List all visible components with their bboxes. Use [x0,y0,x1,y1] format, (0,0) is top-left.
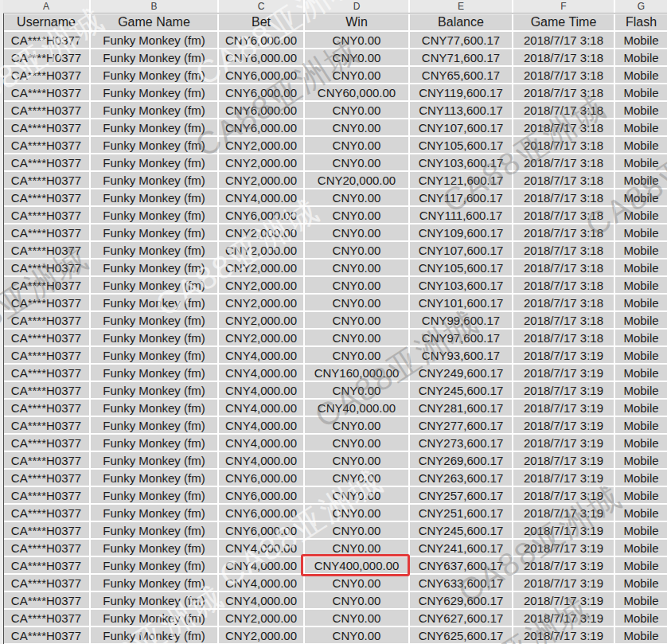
cell-flash[interactable]: Mobile [615,84,667,100]
cell-game-name[interactable]: Funky Monkey (fm) [91,417,217,433]
cell-bet[interactable]: CNY6,000.00 [219,470,303,486]
cell-flash[interactable]: Mobile [615,172,667,188]
cell-game-name[interactable]: Funky Monkey (fm) [91,189,217,205]
cell-game-time[interactable]: 2018/7/17 3:18 [513,137,614,153]
cell-game-name[interactable]: Funky Monkey (fm) [91,330,217,345]
cell-win[interactable]: CNY0.00 [305,522,408,538]
cell-flash[interactable]: Mobile [615,295,667,310]
cell-bet[interactable]: CNY6,000.00 [219,522,303,538]
cell-game-time[interactable]: 2018/7/17 3:18 [513,312,614,328]
cell-bet[interactable]: CNY4,000.00 [219,417,303,433]
cell-username[interactable]: CA****H0377 [3,365,89,381]
cell-game-time[interactable]: 2018/7/17 3:18 [513,67,614,83]
cell-game-name[interactable]: Funky Monkey (fm) [91,382,217,398]
cell-game-time[interactable]: 2018/7/17 3:19 [513,417,614,433]
cell-game-name[interactable]: Funky Monkey (fm) [91,610,217,626]
cell-win[interactable]: CNY60,000.00 [305,84,408,100]
cell-balance[interactable]: CNY107,600.17 [410,119,512,135]
cell-bet[interactable]: CNY4,000.00 [219,382,303,398]
cell-win[interactable]: CNY0.00 [305,32,408,48]
cell-game-time[interactable]: 2018/7/17 3:19 [513,382,614,398]
cell-bet[interactable]: CNY2,000.00 [219,172,303,188]
cell-win[interactable]: CNY0.00 [305,295,408,310]
cell-bet[interactable]: CNY6,000.00 [219,487,303,503]
cell-game-name[interactable]: Funky Monkey (fm) [91,32,217,48]
cell-username[interactable]: CA****H0377 [3,330,89,345]
cell-username[interactable]: CA****H0377 [3,505,89,521]
cell-win[interactable]: CNY0.00 [305,67,408,83]
cell-balance[interactable]: CNY281,600.17 [410,400,512,416]
cell-win[interactable]: CNY0.00 [305,382,408,398]
cell-bet[interactable]: CNY2,000.00 [219,137,303,153]
cell-game-time[interactable]: 2018/7/17 3:19 [513,522,614,538]
cell-win[interactable]: CNY0.00 [305,154,408,170]
cell-balance[interactable]: CNY627,600.17 [410,610,512,626]
cell-flash[interactable]: Mobile [615,627,667,643]
cell-win[interactable]: CNY0.00 [305,347,408,363]
cell-bet[interactable]: CNY4,000.00 [219,452,303,468]
cell-game-name[interactable]: Funky Monkey (fm) [91,365,217,381]
cell-game-name[interactable]: Funky Monkey (fm) [91,592,217,608]
cell-bet[interactable]: CNY2,000.00 [219,610,303,626]
header-game-name[interactable]: Game Name [91,14,217,30]
cell-bet[interactable]: CNY4,000.00 [219,189,303,205]
cell-game-time[interactable]: 2018/7/17 3:19 [513,557,614,573]
cell-game-name[interactable]: Funky Monkey (fm) [91,435,217,451]
cell-bet[interactable]: CNY2,000.00 [219,154,303,170]
cell-game-name[interactable]: Funky Monkey (fm) [91,540,217,556]
cell-bet[interactable]: CNY2,000.00 [219,224,303,240]
cell-game-name[interactable]: Funky Monkey (fm) [91,137,217,153]
header-username[interactable]: Username [3,14,89,30]
cell-username[interactable]: CA****H0377 [3,417,89,433]
cell-flash[interactable]: Mobile [615,347,667,363]
cell-win[interactable]: CNY0.00 [305,627,408,643]
cell-balance[interactable]: CNY113,600.17 [410,102,512,118]
cell-bet[interactable]: CNY2,000.00 [219,330,303,345]
cell-bet[interactable]: CNY4,000.00 [219,540,303,556]
cell-username[interactable]: CA****H0377 [3,119,89,135]
cell-game-name[interactable]: Funky Monkey (fm) [91,452,217,468]
cell-game-name[interactable]: Funky Monkey (fm) [91,557,217,573]
cell-username[interactable]: CA****H0377 [3,32,89,48]
cell-username[interactable]: CA****H0377 [3,277,89,293]
cell-balance[interactable]: CNY633,600.17 [410,575,512,591]
cell-username[interactable]: CA****H0377 [3,137,89,153]
cell-flash[interactable]: Mobile [615,575,667,591]
cell-username[interactable]: CA****H0377 [3,224,89,240]
cell-flash[interactable]: Mobile [615,49,667,65]
cell-balance[interactable]: CNY637,600.17 [410,557,512,573]
cell-username[interactable]: CA****H0377 [3,189,89,205]
cell-win[interactable]: CNY0.00 [305,610,408,626]
cell-balance[interactable]: CNY77,600.17 [410,32,512,48]
cell-balance[interactable]: CNY107,600.17 [410,242,512,258]
cell-game-time[interactable]: 2018/7/17 3:18 [513,207,614,223]
cell-game-name[interactable]: Funky Monkey (fm) [91,487,217,503]
cell-balance[interactable]: CNY629,600.17 [410,592,512,608]
cell-bet[interactable]: CNY4,000.00 [219,400,303,416]
cell-username[interactable]: CA****H0377 [3,260,89,275]
cell-win[interactable]: CNY400,000.00 [305,557,408,573]
cell-win[interactable]: CNY0.00 [305,102,408,118]
column-letter-d[interactable]: D [305,0,408,13]
cell-game-name[interactable]: Funky Monkey (fm) [91,400,217,416]
cell-win[interactable]: CNY0.00 [305,312,408,328]
cell-flash[interactable]: Mobile [615,119,667,135]
cell-balance[interactable]: CNY269,600.17 [410,452,512,468]
cell-username[interactable]: CA****H0377 [3,400,89,416]
cell-balance[interactable]: CNY245,600.17 [410,382,512,398]
header-flash[interactable]: Flash [615,14,667,30]
cell-flash[interactable]: Mobile [615,435,667,451]
cell-flash[interactable]: Mobile [615,189,667,205]
cell-game-time[interactable]: 2018/7/17 3:18 [513,84,614,100]
cell-balance[interactable]: CNY273,600.17 [410,435,512,451]
cell-game-name[interactable]: Funky Monkey (fm) [91,207,217,223]
cell-username[interactable]: CA****H0377 [3,435,89,451]
cell-balance[interactable]: CNY121,600.17 [410,172,512,188]
cell-balance[interactable]: CNY625,600.17 [410,627,512,643]
cell-game-time[interactable]: 2018/7/17 3:18 [513,260,614,275]
cell-game-name[interactable]: Funky Monkey (fm) [91,522,217,538]
column-letter-g[interactable]: G [615,0,667,13]
cell-username[interactable]: CA****H0377 [3,172,89,188]
cell-flash[interactable]: Mobile [615,400,667,416]
cell-username[interactable]: CA****H0377 [3,610,89,626]
